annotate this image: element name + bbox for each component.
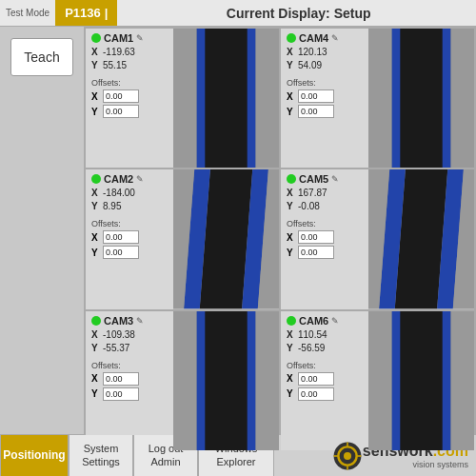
cam3-image <box>173 311 279 450</box>
svg-rect-34 <box>368 311 391 450</box>
cam4-ox-label: X <box>287 91 298 102</box>
cam1-oy-field[interactable] <box>103 105 139 118</box>
cam6-info: CAM6 ✎ X 110.54 Y -56.59 Offsets: X <box>281 311 368 450</box>
cam2-ox-label: X <box>91 232 103 243</box>
cam3-y-value: -55.37 <box>103 342 129 355</box>
cam5-info: CAM5 ✎ X 167.87 Y -0.08 Offsets: X <box>281 169 368 308</box>
cam3-x-label: X <box>91 328 103 342</box>
cam4-name: CAM4 <box>299 32 328 44</box>
cam4-ox-field[interactable] <box>298 89 334 103</box>
cam4-y-value: 54.09 <box>298 59 322 72</box>
cam4-edit-icon[interactable]: ✎ <box>331 33 341 43</box>
senswork-tagline: vision systems <box>363 460 468 469</box>
cam3-svg <box>173 311 279 450</box>
cam4-cell: CAM4 ✎ X 120.13 Y 54.09 Offsets: X <box>281 29 474 168</box>
cam2-oy-field[interactable] <box>103 246 139 259</box>
cam3-edit-icon[interactable]: ✎ <box>136 316 146 326</box>
cam5-oy-label: Y <box>287 248 298 258</box>
cam5-ox-field[interactable] <box>298 230 334 244</box>
positioning-button[interactable]: Positioning <box>0 435 69 477</box>
cam2-svg <box>173 169 279 308</box>
cam5-offsets-label: Offsets: <box>287 219 363 228</box>
cam4-oy-field[interactable] <box>298 105 334 118</box>
svg-rect-1 <box>203 29 249 168</box>
cam1-cell: CAM1 ✎ X -119.63 Y 55.15 Offsets: X <box>86 29 279 168</box>
cam1-x-label: X <box>91 46 103 59</box>
cam4-x-value: 120.13 <box>298 46 327 59</box>
cam5-edit-icon[interactable]: ✎ <box>331 174 341 184</box>
camera-grid: CAM1 ✎ X -119.63 Y 55.15 Offsets: X <box>84 27 476 434</box>
cam5-x-label: X <box>287 187 298 200</box>
cam3-oy-field[interactable] <box>103 387 139 401</box>
cam5-y-value: -0.08 <box>298 200 320 213</box>
cam1-x-value: -119.63 <box>103 46 135 59</box>
cam6-oy-label: Y <box>287 388 298 399</box>
svg-rect-25 <box>203 311 249 450</box>
svg-rect-11 <box>451 29 474 168</box>
svg-rect-9 <box>443 29 451 168</box>
cam4-image <box>368 29 474 168</box>
svg-rect-29 <box>256 311 279 450</box>
cam4-y-label: Y <box>287 59 298 72</box>
cam1-edit-icon[interactable]: ✎ <box>136 33 146 43</box>
cam3-name: CAM3 <box>104 315 133 327</box>
cam5-x-value: 167.87 <box>298 187 327 200</box>
svg-rect-35 <box>451 311 474 450</box>
cam4-status-dot <box>287 33 296 43</box>
cam1-y-value: 55.15 <box>103 59 127 72</box>
cam6-edit-icon[interactable]: ✎ <box>331 316 341 326</box>
cam6-x-label: X <box>287 328 298 342</box>
svg-rect-33 <box>443 311 451 450</box>
cam5-status-dot <box>287 174 296 184</box>
cam3-y-label: Y <box>91 342 103 355</box>
cam5-cell: CAM5 ✎ X 167.87 Y -0.08 Offsets: X <box>281 169 474 308</box>
cam6-status-dot <box>287 316 296 326</box>
cam2-oy-label: Y <box>91 248 103 258</box>
cam2-name: CAM2 <box>104 173 133 185</box>
cam4-oy-label: Y <box>287 107 298 117</box>
cam6-x-value: 110.54 <box>298 328 327 342</box>
cam4-offsets-label: Offsets: <box>287 78 363 88</box>
cam4-info: CAM4 ✎ X 120.13 Y 54.09 Offsets: X <box>281 29 368 168</box>
cam6-y-value: -56.59 <box>298 342 325 355</box>
cam2-cell: CAM2 ✎ X -184.00 Y 8.95 Offsets: X <box>86 169 279 308</box>
cam3-ox-field[interactable] <box>103 372 139 386</box>
cam5-oy-field[interactable] <box>298 246 334 259</box>
cam1-y-label: Y <box>91 59 103 72</box>
cam6-name: CAM6 <box>299 315 328 327</box>
cam1-svg <box>173 29 279 168</box>
top-bar: Test Mode P1136 | Current Display: Setup <box>0 0 476 27</box>
svg-rect-7 <box>398 29 445 168</box>
svg-rect-31 <box>398 311 445 450</box>
svg-rect-27 <box>248 311 256 450</box>
cam5-svg <box>368 169 474 308</box>
svg-rect-32 <box>391 311 400 450</box>
cam4-x-label: X <box>287 46 298 59</box>
senswork-logo-icon <box>332 441 363 471</box>
teach-button[interactable]: Teach <box>10 38 73 76</box>
svg-rect-8 <box>391 29 400 168</box>
cam1-status-dot <box>91 33 101 43</box>
cam6-oy-field[interactable] <box>298 387 334 401</box>
cam3-cell: CAM3 ✎ X -109.38 Y -55.37 Offsets: X <box>86 311 279 450</box>
cam5-name: CAM5 <box>299 173 328 185</box>
cam2-ox-field[interactable] <box>103 230 139 244</box>
cam3-oy-label: Y <box>91 388 103 399</box>
system-settings-button[interactable]: System Settings <box>69 435 133 477</box>
cam1-ox-field[interactable] <box>103 89 139 103</box>
cam2-edit-icon[interactable]: ✎ <box>136 174 146 184</box>
cam2-offsets-label: Offsets: <box>91 219 168 228</box>
svg-rect-10 <box>368 29 391 168</box>
cam2-x-label: X <box>91 187 103 200</box>
cam3-ox-label: X <box>91 373 103 384</box>
svg-rect-4 <box>173 29 196 168</box>
cam6-ox-field[interactable] <box>298 372 334 386</box>
cam3-x-value: -109.38 <box>103 328 135 342</box>
cam2-y-label: Y <box>91 200 103 213</box>
cam2-x-value: -184.00 <box>103 187 135 200</box>
cam5-y-label: Y <box>287 200 298 213</box>
svg-point-38 <box>344 452 351 460</box>
cam6-svg <box>368 311 474 450</box>
cam5-ox-label: X <box>287 232 298 243</box>
cam1-ox-label: X <box>91 91 103 102</box>
